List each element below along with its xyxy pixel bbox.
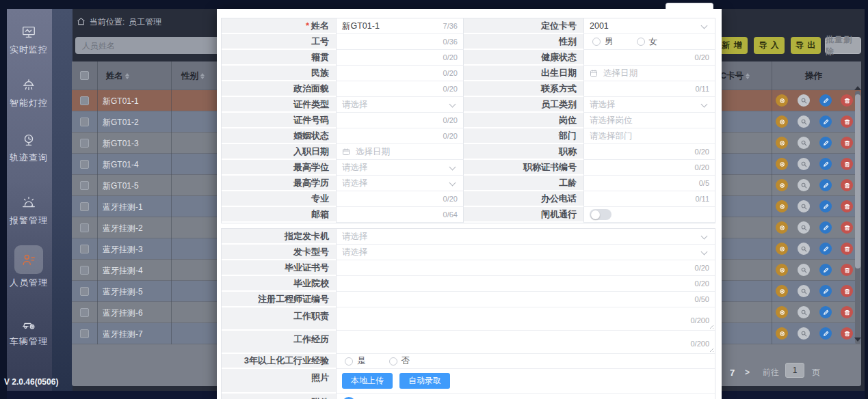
edit-button[interactable] (819, 179, 832, 191)
delete-button[interactable] (841, 327, 853, 340)
edit-button[interactable] (819, 327, 832, 340)
locate-button[interactable] (776, 221, 788, 234)
add-attachment-button[interactable]: + (342, 397, 356, 399)
delete-button[interactable] (841, 158, 853, 170)
locate-button[interactable] (776, 243, 788, 255)
row-checkbox[interactable] (80, 223, 89, 232)
toolbar-button-批量删除[interactable]: 批量删除 (825, 37, 861, 54)
sort-caret[interactable] (746, 73, 750, 79)
page-button-7[interactable]: 7 (730, 365, 735, 380)
delete-button[interactable] (841, 137, 853, 149)
field-毕业证书号[interactable]: 0/20 (336, 260, 715, 276)
field-职称证书编号[interactable]: 0/20 (583, 160, 715, 176)
row-checkbox[interactable] (80, 96, 89, 105)
sidebar-item-2[interactable]: 智能灯控 (7, 78, 51, 109)
view-button[interactable] (798, 200, 810, 212)
view-button[interactable] (798, 327, 810, 340)
sidebar-item-4[interactable]: 报警管理 (7, 195, 51, 227)
locate-button[interactable] (776, 264, 788, 276)
row-checkbox[interactable] (80, 181, 89, 190)
locate-button[interactable] (776, 200, 788, 212)
field-部门[interactable]: 请选择部门 (583, 128, 715, 144)
edit-button[interactable] (819, 94, 832, 107)
radio-option-男[interactable]: 男 (592, 36, 614, 48)
field-民族[interactable]: 0/20 (336, 66, 464, 81)
row-checkbox[interactable] (80, 329, 89, 338)
view-button[interactable] (798, 158, 810, 170)
field-入职日期[interactable]: 选择日期 (336, 144, 464, 160)
field-工号[interactable]: 0/36 (336, 34, 464, 50)
delete-button[interactable] (841, 179, 853, 191)
field-毕业院校[interactable]: 0/20 (336, 276, 715, 292)
edit-button[interactable] (819, 264, 832, 276)
field-指定发卡机[interactable]: 请选择 (336, 229, 715, 245)
field-联系方式[interactable]: 0/11 (583, 81, 715, 97)
field-最高学位[interactable]: 请选择 (336, 160, 464, 176)
delete-button[interactable] (841, 264, 853, 276)
column-header-2[interactable]: 性别 (181, 70, 205, 82)
field-邮箱[interactable]: 0/64 (336, 207, 464, 223)
view-button[interactable] (798, 137, 810, 149)
field-工作职责[interactable]: 0/200 (336, 307, 715, 331)
edit-button[interactable] (819, 306, 832, 318)
field-定位卡号[interactable]: 2001 (583, 18, 715, 34)
edit-button[interactable] (819, 285, 832, 297)
field-证件号码[interactable]: 0/20 (336, 113, 464, 128)
view-button[interactable] (798, 94, 810, 107)
delete-button[interactable] (841, 243, 853, 255)
locate-button[interactable] (776, 94, 788, 107)
view-button[interactable] (798, 264, 810, 276)
delete-button[interactable] (841, 285, 853, 297)
field-注册工程师证编号[interactable]: 0/50 (336, 292, 715, 307)
photo-button-本地上传[interactable]: 本地上传 (342, 373, 393, 389)
column-header-1[interactable]: 姓名 (106, 70, 129, 82)
delete-button[interactable] (841, 115, 853, 128)
radio-option-是[interactable]: 是 (345, 355, 366, 367)
row-checkbox[interactable] (80, 245, 89, 253)
field-闸机通行[interactable] (583, 207, 715, 223)
row-checkbox[interactable] (80, 202, 89, 211)
row-checkbox[interactable] (80, 118, 89, 126)
field-岗位[interactable]: 请选择岗位 (583, 113, 715, 128)
locate-button[interactable] (776, 306, 788, 318)
delete-button[interactable] (841, 306, 853, 318)
delete-button[interactable] (841, 200, 853, 212)
view-button[interactable] (798, 115, 810, 128)
view-button[interactable] (798, 221, 810, 234)
sort-caret[interactable] (200, 73, 205, 79)
scrollbar-thumb[interactable] (855, 94, 860, 269)
field-健康状态[interactable]: 0/20 (583, 50, 715, 66)
view-button[interactable] (798, 243, 810, 255)
locate-button[interactable] (776, 137, 788, 149)
field-办公电话[interactable]: 0/11 (583, 191, 715, 207)
view-button[interactable] (798, 306, 810, 318)
field-职称[interactable]: 0/20 (583, 144, 715, 160)
sort-caret[interactable] (125, 73, 129, 79)
photo-button-自动录取[interactable]: 自动录取 (399, 373, 450, 389)
locate-button[interactable] (776, 179, 788, 191)
sidebar-item-1[interactable]: 实时监控 (7, 25, 51, 56)
row-checkbox[interactable] (80, 160, 89, 169)
field-政治面貌[interactable]: 0/20 (336, 81, 464, 97)
select-all-checkbox[interactable] (80, 71, 89, 80)
field-发卡型号[interactable]: 请选择 (336, 245, 715, 260)
sidebar-item-6[interactable]: 车辆管理 (7, 316, 51, 348)
radio-option-女[interactable]: 女 (637, 36, 658, 48)
gate-access-toggle[interactable] (590, 209, 611, 220)
scrollbar-up-arrow[interactable] (854, 86, 861, 90)
sidebar-item-5[interactable]: 人员管理 (7, 245, 51, 289)
delete-button[interactable] (841, 94, 853, 107)
edit-button[interactable] (819, 137, 832, 149)
edit-button[interactable] (819, 243, 832, 255)
radio-option-否[interactable]: 否 (389, 355, 410, 367)
delete-button[interactable] (841, 221, 853, 234)
next-page-button[interactable]: > (745, 365, 750, 380)
breadcrumb-current[interactable]: 员工管理 (129, 16, 161, 28)
column-header-4[interactable]: 操作 (805, 70, 822, 82)
locate-button[interactable] (776, 327, 788, 340)
edit-button[interactable] (819, 158, 832, 170)
locate-button[interactable] (776, 158, 788, 170)
field-出生日期[interactable]: 选择日期 (583, 66, 715, 81)
field-最高学历[interactable]: 请选择 (336, 176, 464, 191)
row-checkbox[interactable] (80, 266, 89, 275)
